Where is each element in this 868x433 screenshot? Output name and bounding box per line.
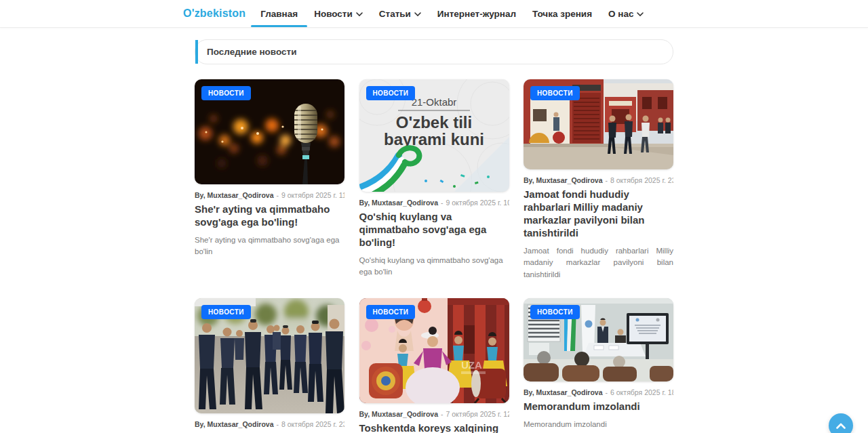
article-title[interactable]: She'r ayting va qimmatbaho sovg'aga ega … [195, 203, 344, 228]
svg-text:21-Oktabr: 21-Oktabr [411, 96, 456, 108]
meta-separator: - [606, 176, 608, 184]
article-title[interactable]: Memorandum imzolandi [524, 400, 673, 413]
section-accent-bar [195, 40, 198, 64]
article-title[interactable]: Jamoat fondi hududiy rahbarlari Milliy m… [524, 188, 673, 239]
article-meta: By, Muxtasar_Qodirova - 9 октября 2025 г… [195, 191, 344, 199]
article-meta: By, Muxtasar_Qodirova - 7 октября 2025 г… [359, 410, 509, 418]
article-meta: By, Muxtasar_Qodirova - 8 октября 2025 г… [524, 176, 673, 184]
article-excerpt: Jamoat fondi hududiy rahbarlari Milliy m… [524, 245, 673, 281]
article-meta: By, Muxtasar_Qodirova - 6 октября 2025 г… [524, 388, 673, 396]
author-link[interactable]: By, Muxtasar_Qodirova [359, 199, 439, 207]
author-link[interactable]: By, Muxtasar_Qodirova [359, 410, 439, 418]
publish-date: 9 октября 2025 г. 11:20 [281, 191, 344, 199]
category-badge[interactable]: НОВОСТИ [201, 86, 251, 100]
category-badge[interactable]: НОВОСТИ [366, 86, 416, 100]
category-badge[interactable]: НОВОСТИ [530, 86, 580, 100]
chevron-down-icon [637, 12, 644, 16]
meta-separator: - [441, 199, 443, 207]
article-image-signing[interactable]: НОВОСТИ [524, 298, 673, 382]
meta-separator: - [277, 420, 279, 428]
author-link[interactable]: By, Muxtasar_Qodirova [195, 420, 274, 428]
news-card: UZA НОВОСТИ By, Muxtasar_Qodirova - 7 ок… [359, 298, 509, 433]
author-link[interactable]: By, Muxtasar_Qodirova [524, 388, 603, 396]
article-image-festival[interactable]: UZA НОВОСТИ [359, 298, 509, 403]
chevron-down-icon [356, 12, 363, 16]
article-meta: By, Muxtasar_Qodirova - 8 октября 2025 г… [195, 420, 344, 428]
svg-text:UZA: UZA [461, 359, 482, 371]
section-heading-box: Последние новости [195, 39, 673, 64]
meta-separator: - [606, 388, 608, 396]
news-card: НОВОСТИ By, Muxtasar_Qodirova - 8 октябр… [195, 298, 344, 433]
publish-date: 6 октября 2025 г. 18:48 [610, 388, 673, 396]
nav-item-home[interactable]: Главная [260, 0, 298, 27]
publish-date: 8 октября 2025 г. 23:58 [610, 176, 673, 184]
news-card: НОВОСТИ By, Muxtasar_Qodirova - 9 октябр… [195, 79, 344, 258]
nav-item-point-of-view[interactable]: Точка зрения [532, 0, 592, 27]
publish-date: 7 октября 2025 г. 12:09 [446, 410, 509, 418]
article-meta: By, Muxtasar_Qodirova - 9 октября 2025 г… [359, 199, 509, 207]
news-card: 21-Oktabr O'zbek tili bayrami kuni [359, 79, 509, 279]
section-title: Последние новости [207, 47, 662, 57]
nav-item-about[interactable]: О нас [608, 0, 644, 27]
publish-date: 9 октября 2025 г. 10:25 [446, 199, 509, 207]
chevron-up-icon [836, 423, 846, 429]
nav-item-internet-journal[interactable]: Интернет-журнал [437, 0, 516, 27]
article-title[interactable]: Qo'shiq kuylang va qimmatbaho sovg'aga e… [359, 210, 509, 249]
news-grid: НОВОСТИ By, Muxtasar_Qodirova - 9 октябр… [195, 79, 673, 433]
article-image-language-day[interactable]: 21-Oktabr O'zbek tili bayrami kuni [359, 79, 509, 192]
article-image-microphone[interactable]: НОВОСТИ [195, 79, 344, 184]
top-navbar: O'zbekiston Главная Новости Статьи Интер… [0, 0, 868, 28]
svg-text:O'zbek tili: O'zbek tili [395, 113, 471, 131]
article-image-pavilion[interactable]: НОВОСТИ [524, 79, 673, 169]
author-link[interactable]: By, Muxtasar_Qodirova [195, 191, 274, 199]
category-badge[interactable]: НОВОСТИ [366, 305, 416, 319]
meta-separator: - [441, 410, 443, 418]
category-badge[interactable]: НОВОСТИ [201, 305, 251, 319]
author-link[interactable]: By, Muxtasar_Qodirova [524, 176, 603, 184]
main-nav: Главная Новости Статьи Интернет-журнал Т… [260, 0, 644, 27]
publish-date: 8 октября 2025 г. 23:55 [281, 420, 344, 428]
site-logo[interactable]: O'zbekiston [183, 7, 245, 20]
article-image-meeting[interactable]: НОВОСТИ [195, 298, 344, 413]
meta-separator: - [277, 191, 279, 199]
article-excerpt: She'r ayting va qimmatbaho sovg'aga ega … [195, 234, 344, 258]
article-title[interactable]: Toshkentda koreys xalqining “Chxusok” ba… [359, 421, 509, 433]
article-excerpt: Memorandum imzolandi [524, 419, 673, 430]
nav-item-news[interactable]: Новости [314, 0, 363, 27]
chevron-down-icon [414, 12, 421, 16]
news-card: НОВОСТИ By, Muxtasar_Qodirova - 6 октябр… [524, 298, 673, 430]
nav-item-articles[interactable]: Статьи [379, 0, 421, 27]
scroll-to-top-button[interactable] [829, 413, 853, 433]
category-badge[interactable]: НОВОСТИ [530, 305, 580, 319]
news-card: НОВОСТИ By, Muxtasar_Qodirova - 8 октябр… [524, 79, 673, 281]
svg-text:bayrami kuni: bayrami kuni [383, 130, 484, 148]
article-excerpt: Qo'shiq kuylang va qimmatbaho sovg'aga e… [359, 255, 509, 279]
